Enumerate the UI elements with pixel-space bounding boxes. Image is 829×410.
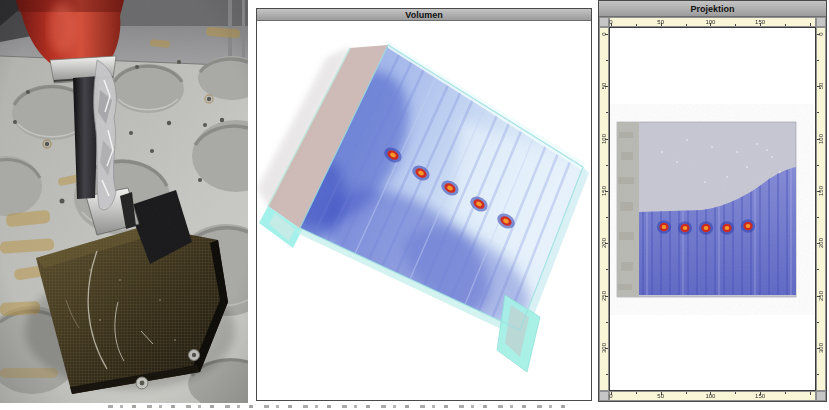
ruler-label: 200 — [601, 238, 607, 248]
ruler-label: 0 — [818, 32, 824, 35]
defect-spot — [657, 220, 671, 233]
ruler-label: 100 — [705, 19, 715, 25]
ruler-label: 250 — [601, 290, 607, 300]
ruler-label: 0 — [609, 19, 612, 25]
ruler-label: 150 — [818, 186, 824, 196]
ruler-tick — [636, 24, 637, 26]
ruler-tick — [606, 165, 608, 166]
ruler-label: 0 — [609, 393, 612, 399]
ruler-tick — [606, 217, 608, 218]
ruler-tick — [785, 392, 786, 394]
figure-canvas: Volumen — [0, 0, 829, 410]
ruler-tick — [785, 24, 786, 26]
ruler-label: 100 — [818, 134, 824, 144]
ruler-tick — [606, 60, 608, 61]
ruler-label: 50 — [601, 83, 607, 90]
ruler-tick — [810, 392, 811, 395]
defect-spot — [741, 219, 755, 232]
ruler-top: 050100150 — [609, 17, 816, 27]
ruler-label: 50 — [657, 393, 664, 399]
volume-panel-title: Volumen — [405, 10, 442, 20]
ruler-corner — [816, 391, 826, 401]
ruler-tick — [606, 112, 608, 113]
ruler-tick — [606, 322, 608, 323]
ruler-bottom: 050100150 — [609, 391, 816, 401]
cutoff-caption — [108, 405, 570, 408]
ruler-corner — [816, 17, 826, 27]
ruler-tick — [817, 322, 819, 323]
defect-spot — [678, 221, 692, 234]
ruler-tick — [817, 165, 819, 166]
bracket-volume-render — [257, 21, 591, 400]
projection-panel: Projektion 050100150 050100150200250300 — [598, 0, 827, 402]
ruler-label: 150 — [601, 186, 607, 196]
ruler-tick — [636, 392, 637, 394]
ruler-tick — [735, 24, 736, 26]
ruler-tick — [735, 392, 736, 394]
ruler-tick — [817, 60, 819, 61]
ruler-right: 050100150200250300 — [816, 27, 826, 391]
ruler-tick — [817, 269, 819, 270]
ruler-label: 100 — [601, 134, 607, 144]
ruler-label: 150 — [755, 19, 765, 25]
ruler-label: 50 — [657, 19, 664, 25]
ruler-tick — [817, 374, 819, 375]
volume-panel-titlebar[interactable]: Volumen — [257, 9, 591, 21]
ruler-corner — [599, 391, 609, 401]
volume-panel: Volumen — [256, 8, 592, 401]
ruler-label: 300 — [818, 343, 824, 353]
ruler-tick — [686, 24, 687, 26]
ruler-label: 200 — [818, 238, 824, 248]
ruler-label: 250 — [818, 290, 824, 300]
projection-panel-titlebar[interactable]: Projektion — [599, 1, 826, 17]
defect-spot — [699, 221, 713, 234]
process-photo — [0, 0, 248, 403]
volume-3d-viewport[interactable] — [257, 21, 591, 400]
ruler-tick — [686, 392, 687, 394]
defect-spot — [720, 221, 734, 234]
ruler-corner — [599, 17, 609, 27]
projection-render — [610, 28, 815, 390]
ruler-tick — [817, 217, 819, 218]
ruler-tick — [810, 23, 811, 26]
ruler-label: 100 — [705, 393, 715, 399]
ruler-label: 0 — [601, 32, 607, 35]
ruler-tick — [606, 269, 608, 270]
ruler-tick — [817, 112, 819, 113]
projection-2d-viewport[interactable] — [609, 27, 816, 391]
projection-image — [617, 122, 796, 297]
ruler-label: 50 — [818, 83, 824, 90]
ruler-label: 150 — [755, 393, 765, 399]
ruler-tick — [606, 374, 608, 375]
ruler-left: 050100150200250300 — [599, 27, 609, 391]
ruler-label: 300 — [601, 343, 607, 353]
projection-panel-title: Projektion — [690, 4, 734, 14]
